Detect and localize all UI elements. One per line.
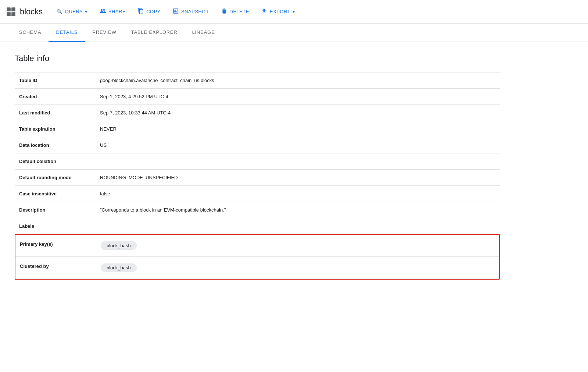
row-key: Default rounding mode (15, 170, 96, 186)
row-key: Description (15, 202, 96, 218)
table-row: Data location US (15, 137, 500, 153)
section-title: Table info (15, 54, 500, 63)
table-row: Description "Corresponds to a block in a… (15, 202, 500, 218)
svg-rect-3 (11, 12, 15, 16)
table-row: Default rounding mode ROUNDING_MODE_UNSP… (15, 170, 500, 186)
delete-icon (221, 8, 227, 15)
tab-schema[interactable]: SCHEMA (12, 24, 49, 42)
primary-key-row: Primary key(s) block_hash (15, 235, 499, 257)
primary-key-label: Primary key(s) (15, 235, 96, 257)
toolbar-actions: 🔍 QUERY ▾ SHARE COPY SNAPSHOT (51, 5, 582, 18)
table-row: Labels (15, 218, 500, 234)
row-key: Last modified (15, 105, 96, 121)
row-key: Created (15, 89, 96, 105)
snapshot-button[interactable]: SNAPSHOT (167, 5, 214, 18)
copy-button[interactable]: COPY (132, 5, 166, 18)
query-button[interactable]: 🔍 QUERY ▾ (51, 6, 93, 17)
tab-table-explorer[interactable]: TABLE EXPLORER (124, 24, 185, 42)
svg-rect-0 (7, 7, 10, 11)
export-button[interactable]: EXPORT ▾ (256, 5, 301, 18)
table-row: Created Sep 1, 2023, 4:29:52 PM UTC-4 (15, 89, 500, 105)
highlighted-table: Primary key(s) block_hash Clustered by b… (15, 235, 499, 279)
toolbar: blocks 🔍 QUERY ▾ SHARE COPY SNAP (0, 0, 588, 24)
share-icon (100, 8, 106, 15)
tab-preview[interactable]: PREVIEW (85, 24, 124, 42)
clustered-by-label: Clustered by (15, 257, 96, 279)
table-row: Last modified Sep 7, 2023, 10:33:44 AM U… (15, 105, 500, 121)
primary-key-tag: block_hash (101, 241, 137, 250)
tab-lineage[interactable]: LINEAGE (185, 24, 222, 42)
row-value: false (96, 186, 500, 202)
row-value: goog-blockchain.avalanche_contract_chain… (96, 72, 500, 89)
query-dropdown-icon: ▾ (85, 9, 88, 14)
clustered-by-value: block_hash (96, 257, 499, 279)
clustered-by-tag: block_hash (101, 263, 137, 272)
info-table: Table ID goog-blockchain.avalanche_contr… (15, 72, 500, 234)
copy-icon (137, 8, 144, 15)
table-row: Table expiration NEVER (15, 121, 500, 137)
row-value (96, 153, 500, 170)
row-key: Data location (15, 137, 96, 153)
table-row: Table ID goog-blockchain.avalanche_contr… (15, 72, 500, 89)
delete-button[interactable]: DELETE (216, 5, 255, 18)
table-row: Default collation (15, 153, 500, 170)
row-value: "Corresponds to a block in an EVM-compat… (96, 202, 500, 218)
snapshot-icon (172, 8, 179, 15)
tab-details[interactable]: DETAILS (49, 24, 85, 42)
primary-key-value: block_hash (96, 235, 499, 257)
share-button[interactable]: SHARE (94, 5, 131, 18)
svg-rect-1 (11, 7, 15, 11)
row-value (96, 218, 500, 234)
grid-icon (6, 7, 16, 17)
tabs-bar: SCHEMA DETAILS PREVIEW TABLE EXPLORER LI… (0, 24, 588, 42)
row-key: Labels (15, 218, 96, 234)
page-title: blocks (20, 7, 43, 17)
row-value: ROUNDING_MODE_UNSPECIFIED (96, 170, 500, 186)
table-row: Case insensitive false (15, 186, 500, 202)
content-area: Table info Table ID goog-blockchain.aval… (0, 42, 514, 291)
row-key: Table ID (15, 72, 96, 89)
app-logo: blocks (6, 7, 43, 17)
svg-rect-2 (7, 12, 10, 16)
clustered-by-row: Clustered by block_hash (15, 257, 499, 279)
query-icon: 🔍 (57, 9, 63, 14)
row-value: NEVER (96, 121, 500, 137)
row-value: Sep 7, 2023, 10:33:44 AM UTC-4 (96, 105, 500, 121)
row-value: US (96, 137, 500, 153)
export-dropdown-icon: ▾ (293, 9, 295, 14)
highlight-group: Primary key(s) block_hash Clustered by b… (15, 234, 500, 280)
row-key: Table expiration (15, 121, 96, 137)
row-key: Default collation (15, 153, 96, 170)
row-key: Case insensitive (15, 186, 96, 202)
export-icon (261, 8, 268, 15)
row-value: Sep 1, 2023, 4:29:52 PM UTC-4 (96, 89, 500, 105)
